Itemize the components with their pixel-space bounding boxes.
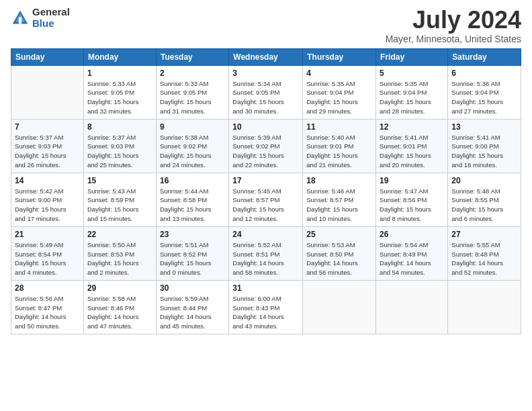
logo-blue: Blue (32, 18, 70, 30)
calendar-cell: 26Sunrise: 5:54 AM Sunset: 8:49 PM Dayli… (376, 226, 448, 280)
day-info: Sunrise: 5:45 AM Sunset: 8:57 PM Dayligh… (232, 187, 299, 224)
day-info: Sunrise: 5:37 AM Sunset: 9:03 PM Dayligh… (15, 133, 80, 170)
day-number: 9 (160, 122, 225, 132)
calendar-cell (11, 65, 84, 119)
calendar-cell: 11Sunrise: 5:40 AM Sunset: 9:01 PM Dayli… (303, 119, 376, 173)
col-header-friday: Friday (376, 48, 448, 65)
day-info: Sunrise: 5:47 AM Sunset: 8:56 PM Dayligh… (380, 187, 444, 224)
day-number: 29 (87, 283, 152, 293)
calendar-cell: 5Sunrise: 5:35 AM Sunset: 9:04 PM Daylig… (376, 65, 448, 119)
calendar-cell: 22Sunrise: 5:50 AM Sunset: 8:53 PM Dayli… (83, 226, 156, 280)
calendar-cell: 25Sunrise: 5:53 AM Sunset: 8:50 PM Dayli… (303, 226, 376, 280)
day-info: Sunrise: 6:00 AM Sunset: 8:43 PM Dayligh… (232, 294, 299, 331)
calendar-cell: 29Sunrise: 5:58 AM Sunset: 8:46 PM Dayli… (83, 280, 156, 334)
day-info: Sunrise: 5:52 AM Sunset: 8:51 PM Dayligh… (232, 240, 299, 277)
day-info: Sunrise: 5:55 AM Sunset: 8:48 PM Dayligh… (451, 240, 517, 277)
day-number: 28 (15, 283, 80, 293)
col-header-wednesday: Wednesday (229, 48, 303, 65)
day-info: Sunrise: 5:51 AM Sunset: 8:52 PM Dayligh… (160, 240, 225, 277)
day-info: Sunrise: 5:53 AM Sunset: 8:50 PM Dayligh… (306, 240, 372, 277)
day-number: 11 (306, 122, 372, 132)
logo-general: General (32, 7, 70, 18)
day-info: Sunrise: 5:33 AM Sunset: 9:05 PM Dayligh… (160, 79, 225, 116)
day-number: 22 (87, 230, 152, 239)
page-header: General Blue July 2024 Mayer, Minnesota,… (11, 7, 521, 44)
calendar-week-row: 21Sunrise: 5:49 AM Sunset: 8:54 PM Dayli… (11, 226, 521, 280)
title-block: July 2024 Mayer, Minnesota, United State… (386, 7, 521, 44)
calendar-cell: 24Sunrise: 5:52 AM Sunset: 8:51 PM Dayli… (229, 226, 303, 280)
day-number: 20 (451, 176, 517, 185)
calendar-cell: 6Sunrise: 5:36 AM Sunset: 9:04 PM Daylig… (448, 65, 521, 119)
day-number: 27 (451, 230, 517, 239)
calendar-cell: 2Sunrise: 5:33 AM Sunset: 9:05 PM Daylig… (156, 65, 228, 119)
calendar-cell (376, 280, 448, 334)
calendar-cell: 8Sunrise: 5:37 AM Sunset: 9:03 PM Daylig… (83, 119, 156, 173)
calendar-cell: 13Sunrise: 5:41 AM Sunset: 9:00 PM Dayli… (448, 119, 521, 173)
svg-rect-2 (19, 17, 21, 24)
day-number: 1 (87, 68, 152, 78)
day-info: Sunrise: 5:43 AM Sunset: 8:59 PM Dayligh… (87, 187, 152, 224)
day-number: 3 (232, 68, 299, 78)
day-info: Sunrise: 5:41 AM Sunset: 9:00 PM Dayligh… (451, 133, 517, 170)
calendar-page: General Blue July 2024 Mayer, Minnesota,… (0, 0, 532, 411)
day-number: 30 (160, 283, 225, 293)
calendar-cell: 28Sunrise: 5:56 AM Sunset: 8:47 PM Dayli… (11, 280, 84, 334)
day-number: 13 (451, 122, 517, 132)
calendar-cell: 17Sunrise: 5:45 AM Sunset: 8:57 PM Dayli… (229, 173, 303, 226)
day-number: 6 (451, 68, 517, 78)
calendar-cell: 4Sunrise: 5:35 AM Sunset: 9:04 PM Daylig… (303, 65, 376, 119)
day-info: Sunrise: 5:56 AM Sunset: 8:47 PM Dayligh… (15, 294, 80, 331)
calendar-week-row: 7Sunrise: 5:37 AM Sunset: 9:03 PM Daylig… (11, 119, 521, 173)
day-number: 24 (232, 230, 299, 239)
col-header-thursday: Thursday (303, 48, 376, 65)
day-info: Sunrise: 5:39 AM Sunset: 9:02 PM Dayligh… (232, 133, 299, 170)
day-number: 7 (15, 122, 80, 132)
day-info: Sunrise: 5:42 AM Sunset: 9:00 PM Dayligh… (15, 187, 80, 224)
day-number: 10 (232, 122, 299, 132)
day-number: 21 (15, 230, 80, 239)
calendar-cell: 9Sunrise: 5:38 AM Sunset: 9:02 PM Daylig… (156, 119, 228, 173)
calendar-cell (448, 280, 521, 334)
day-number: 19 (380, 176, 444, 185)
calendar-cell: 31Sunrise: 6:00 AM Sunset: 8:43 PM Dayli… (229, 280, 303, 334)
day-info: Sunrise: 5:38 AM Sunset: 9:02 PM Dayligh… (160, 133, 225, 170)
calendar-cell: 16Sunrise: 5:44 AM Sunset: 8:58 PM Dayli… (156, 173, 228, 226)
day-info: Sunrise: 5:48 AM Sunset: 8:55 PM Dayligh… (451, 187, 517, 224)
day-info: Sunrise: 5:33 AM Sunset: 9:05 PM Dayligh… (87, 79, 152, 116)
day-info: Sunrise: 5:40 AM Sunset: 9:01 PM Dayligh… (306, 133, 372, 170)
day-info: Sunrise: 5:34 AM Sunset: 9:05 PM Dayligh… (232, 79, 299, 116)
calendar-title: July 2024 (386, 7, 521, 34)
calendar-cell: 23Sunrise: 5:51 AM Sunset: 8:52 PM Dayli… (156, 226, 228, 280)
calendar-cell (303, 280, 376, 334)
calendar-cell: 21Sunrise: 5:49 AM Sunset: 8:54 PM Dayli… (11, 226, 84, 280)
day-info: Sunrise: 5:58 AM Sunset: 8:46 PM Dayligh… (87, 294, 152, 331)
logo-icon (11, 9, 30, 28)
calendar-table: SundayMondayTuesdayWednesdayThursdayFrid… (11, 48, 521, 334)
day-info: Sunrise: 5:49 AM Sunset: 8:54 PM Dayligh… (15, 240, 80, 277)
day-info: Sunrise: 5:50 AM Sunset: 8:53 PM Dayligh… (87, 240, 152, 277)
day-number: 4 (306, 68, 372, 78)
day-info: Sunrise: 5:41 AM Sunset: 9:01 PM Dayligh… (380, 133, 444, 170)
calendar-cell: 10Sunrise: 5:39 AM Sunset: 9:02 PM Dayli… (229, 119, 303, 173)
calendar-cell: 18Sunrise: 5:46 AM Sunset: 8:57 PM Dayli… (303, 173, 376, 226)
day-number: 17 (232, 176, 299, 185)
calendar-cell: 7Sunrise: 5:37 AM Sunset: 9:03 PM Daylig… (11, 119, 84, 173)
day-number: 8 (87, 122, 152, 132)
day-number: 31 (232, 283, 299, 293)
day-info: Sunrise: 5:35 AM Sunset: 9:04 PM Dayligh… (380, 79, 444, 116)
calendar-subtitle: Mayer, Minnesota, United States (386, 34, 521, 44)
day-info: Sunrise: 5:44 AM Sunset: 8:58 PM Dayligh… (160, 187, 225, 224)
day-info: Sunrise: 5:54 AM Sunset: 8:49 PM Dayligh… (380, 240, 444, 277)
calendar-cell: 15Sunrise: 5:43 AM Sunset: 8:59 PM Dayli… (83, 173, 156, 226)
day-number: 2 (160, 68, 225, 78)
col-header-tuesday: Tuesday (156, 48, 228, 65)
col-header-saturday: Saturday (448, 48, 521, 65)
calendar-header-row: SundayMondayTuesdayWednesdayThursdayFrid… (11, 48, 521, 65)
col-header-sunday: Sunday (11, 48, 84, 65)
calendar-week-row: 28Sunrise: 5:56 AM Sunset: 8:47 PM Dayli… (11, 280, 521, 334)
calendar-cell: 20Sunrise: 5:48 AM Sunset: 8:55 PM Dayli… (448, 173, 521, 226)
day-number: 5 (380, 68, 444, 78)
calendar-week-row: 14Sunrise: 5:42 AM Sunset: 9:00 PM Dayli… (11, 173, 521, 226)
day-info: Sunrise: 5:36 AM Sunset: 9:04 PM Dayligh… (451, 79, 517, 116)
calendar-week-row: 1Sunrise: 5:33 AM Sunset: 9:05 PM Daylig… (11, 65, 521, 119)
